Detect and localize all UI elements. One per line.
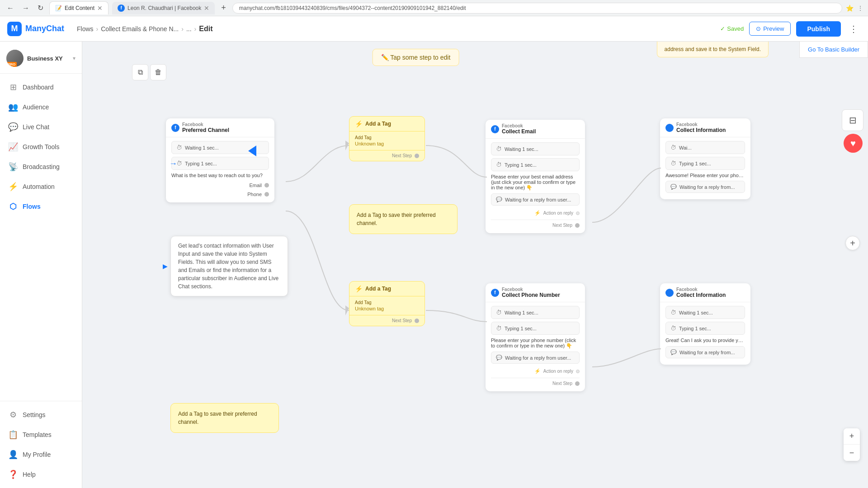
phone-option[interactable]: Phone: [171, 190, 269, 199]
action-dot-2: [576, 370, 580, 373]
collect-email-delay2[interactable]: ⏱ Typing 1 sec...: [491, 158, 580, 171]
fb-icon-info-bottom: [665, 289, 674, 297]
sidebar-item-templates[interactable]: 📋 Templates: [0, 425, 82, 445]
sidebar-item-audience[interactable]: 👥 Audience: [0, 97, 82, 117]
delete-button[interactable]: 🗑: [150, 64, 166, 80]
close-inactive-tab-icon[interactable]: ✕: [204, 5, 209, 12]
collect-email-message: Please enter your best email address (ju…: [491, 174, 580, 191]
tag-node-top[interactable]: ⚡ Add a Tag Add Tag Unknown tag Next Ste…: [349, 116, 425, 161]
sidebar-item-broadcasting[interactable]: 📡 Broadcasting: [0, 157, 82, 177]
collect-info-top-title: Collect Information: [676, 127, 726, 133]
main-layout: PRO Business XY ▾ ⊞ Dashboard 👥 Audience…: [0, 42, 868, 488]
inactive-tab[interactable]: f Leon R. Chaudhari | Facebook ✕: [112, 2, 215, 14]
heart-icon: ♥: [850, 138, 856, 149]
zoom-out-button[interactable]: −: [844, 445, 860, 461]
sidebar-item-settings[interactable]: ⚙ Settings: [0, 405, 82, 425]
clock-icon-10: ⏱: [670, 325, 676, 332]
collect-info-top-message: Awesome! Please enter your phon... (as a…: [665, 173, 745, 178]
publish-button[interactable]: Publish: [796, 21, 841, 37]
entry-arrow: [243, 145, 256, 156]
email-label: Email: [249, 183, 262, 188]
breadcrumb: Flows › Collect Emails & Phone N... › ..…: [77, 25, 212, 33]
collect-info-top-node[interactable]: Facebook Collect Information ⏱ Wai... ⏱ …: [660, 118, 750, 199]
sidebar-item-help[interactable]: ❓ Help: [0, 465, 82, 484]
basic-builder-banner[interactable]: Go To Basic Builder: [799, 42, 868, 58]
sidebar-item-livechat[interactable]: 💬 Live Chat: [0, 117, 82, 137]
phone-dot: [264, 192, 269, 197]
collect-email-delay2-text: Typing 1 sec...: [505, 162, 537, 168]
fb-favicon: f: [118, 5, 125, 12]
heart-button[interactable]: ♥: [844, 134, 863, 153]
collect-info-bottom-waiting[interactable]: 💬 Waiting for a reply from...: [665, 346, 745, 358]
close-tab-icon[interactable]: ✕: [97, 5, 103, 12]
settings-icon: ⚙: [8, 410, 18, 420]
collect-info-top-delay1[interactable]: ⏱ Wai...: [665, 141, 745, 154]
more-options-button[interactable]: ⋮: [846, 22, 861, 36]
waiting-icon-4: 💬: [670, 349, 677, 355]
forward-button[interactable]: →: [20, 3, 32, 13]
fb-icon-email: f: [491, 125, 499, 133]
check-icon: ✓: [720, 25, 725, 32]
tag-desc-bottom-text: Add a Tag to save their preferred channe…: [178, 411, 257, 425]
audience-icon: 👥: [8, 102, 18, 112]
breadcrumb-collect[interactable]: Collect Emails & Phone N...: [101, 25, 179, 33]
breadcrumb-flows[interactable]: Flows: [77, 25, 94, 33]
next-step-label-bottom: Next Step: [392, 318, 412, 323]
active-tab-label: Edit Content: [65, 5, 94, 11]
preview-button[interactable]: ⊙ Preview: [749, 22, 791, 36]
tooltip-text: Get lead's contact information with User…: [178, 243, 278, 290]
collect-info-top-delay2[interactable]: ⏱ Typing 1 sec...: [665, 157, 745, 170]
copy-button[interactable]: ⧉: [132, 64, 148, 80]
collect-info-top-platform: Facebook: [676, 122, 726, 127]
waiting-icon: 💬: [496, 197, 502, 202]
tag-desc-top-text: Add a Tag to save their preferred channe…: [357, 212, 436, 226]
zoom-in-button[interactable]: +: [844, 428, 860, 445]
sidebar-item-automation[interactable]: ⚡ Automation: [0, 177, 82, 197]
next-dot-top: [415, 154, 419, 158]
refresh-button[interactable]: ↻: [35, 3, 46, 13]
node-platform: Facebook: [182, 122, 229, 127]
collect-email-node[interactable]: f Facebook Collect Email ⏱ Waiting 1 sec…: [486, 120, 585, 233]
sidebar-item-growthtools[interactable]: 📈 Growth Tools: [0, 137, 82, 157]
collect-email-waiting[interactable]: 💬 Waiting for a reply from user...: [491, 193, 580, 206]
collect-info-bottom-delay1[interactable]: ⏱ Waiting 1 sec...: [665, 306, 745, 319]
pro-badge: PRO: [6, 62, 17, 67]
collect-info-bottom-node[interactable]: Facebook Collect Information ⏱ Waiting 1…: [660, 283, 750, 365]
new-tab-button[interactable]: +: [218, 3, 229, 13]
tag-node-bottom[interactable]: ⚡ Add a Tag Add Tag Unknown tag Next Ste…: [349, 281, 425, 326]
email-option[interactable]: Email: [171, 181, 269, 190]
active-tab[interactable]: 📝 Edit Content ✕: [49, 1, 108, 14]
collect-info-top-waiting[interactable]: 💬 Waiting for a reply from...: [665, 181, 745, 193]
collect-info-bottom-platform: Facebook: [676, 287, 726, 292]
collect-phone-delay1[interactable]: ⏱ Waiting 1 sec...: [491, 306, 580, 319]
add-icon: +: [850, 238, 855, 249]
delay-row-2[interactable]: ⏱ Typing 1 sec...: [171, 157, 269, 170]
add-node-button[interactable]: +: [845, 236, 860, 250]
address-bar[interactable]: manychat.com/fb181039443240839/cms/files…: [232, 3, 842, 14]
dashboard-icon: ⊞: [8, 82, 18, 92]
clock-icon-5: ⏱: [670, 144, 676, 151]
flows-icon: ⬡: [8, 202, 18, 211]
collect-info-bottom-delay2[interactable]: ⏱ Typing 1 sec...: [665, 322, 745, 335]
collect-info-bottom-message: Great! Can I ask you to provide yo... em…: [665, 338, 745, 343]
back-button[interactable]: ←: [5, 3, 16, 13]
layout-icon-button[interactable]: ⊟: [842, 109, 863, 131]
collect-phone-delay2[interactable]: ⏱ Typing 1 sec...: [491, 322, 580, 335]
help-icon: ❓: [8, 469, 18, 479]
tag-icon-top: ⚡: [355, 120, 363, 127]
app-logo: M ManyChat: [7, 22, 64, 36]
collect-phone-next: Next Step: [491, 378, 580, 388]
sidebar-label-audience: Audience: [23, 103, 49, 111]
tag-label-bottom: Add Tag: [355, 300, 419, 305]
collect-phone-waiting[interactable]: 💬 Waiting for a reply from user...: [491, 352, 580, 364]
breadcrumb-more[interactable]: ...: [186, 25, 192, 33]
sidebar-item-dashboard[interactable]: ⊞ Dashboard: [0, 77, 82, 97]
preferred-channel-node[interactable]: f Facebook Preferred Channel ⏱ Waiting 1…: [166, 118, 274, 202]
sidebar-user[interactable]: PRO Business XY ▾: [0, 45, 82, 74]
question-text: What is the best way to reach out to you…: [171, 173, 269, 178]
collect-phone-node[interactable]: f Facebook Collect Phone Number ⏱ Waitin…: [486, 283, 585, 391]
sidebar-item-flows[interactable]: ⬡ Flows: [0, 197, 82, 216]
collect-email-delay1[interactable]: ⏱ Waiting 1 sec...: [491, 142, 580, 155]
sidebar-item-myprofile[interactable]: 👤 My Profile: [0, 445, 82, 465]
collect-email-header: f Facebook Collect Email: [486, 120, 585, 139]
